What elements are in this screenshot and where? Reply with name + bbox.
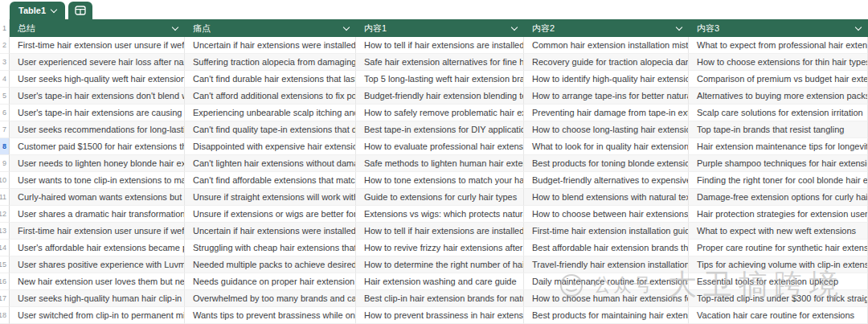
table-cell[interactable]: User wants to tone clip-in extensions to… (10, 172, 185, 189)
table-cell[interactable]: How to blend extensions with natural tex… (524, 189, 689, 206)
table-cell[interactable]: Overwhelmed by too many brands and can't… (185, 290, 356, 307)
table-cell[interactable]: User seeks high-quality weft hair extens… (10, 71, 185, 88)
table-cell[interactable]: Uncertain if hair extensions were instal… (185, 37, 356, 54)
row-number[interactable]: 6 (0, 105, 10, 121)
table-cell[interactable]: What to expect from professional hair ex… (689, 37, 868, 54)
row-number[interactable]: 9 (0, 155, 10, 172)
table-cell[interactable]: Unsure if extensions or wigs are better … (185, 206, 356, 223)
table-cell[interactable]: Hair extension washing and care guide (356, 273, 524, 290)
table-cell[interactable]: Extensions vs wigs: which protects natur… (356, 206, 524, 223)
table-cell[interactable]: Customer paid $1500 for hair extensions … (10, 138, 185, 155)
table-cell[interactable]: User switched from clip-in to permanent … (10, 307, 185, 324)
table-cell[interactable]: Common hair extension installation mista… (524, 37, 689, 54)
table-cell[interactable]: User's tape-in hair extensions don't ble… (10, 88, 185, 105)
row-number[interactable]: 8 (0, 138, 10, 155)
table-cell[interactable]: Recovery guide for traction alopecia dam… (524, 54, 689, 71)
column-header[interactable]: 内容2 (524, 19, 689, 37)
table-cell[interactable]: How to identify high-quality hair extens… (524, 71, 689, 88)
table-cell[interactable]: Best clip-in hair extension brands for n… (356, 290, 524, 307)
table-cell[interactable]: Can't lighten hair extensions without da… (185, 155, 356, 172)
table-cell[interactable]: Finding the right toner for cool blonde … (689, 172, 868, 189)
table-cell[interactable]: How to revive frizzy hair extensions aft… (356, 240, 524, 256)
table-cell[interactable]: New hair extension user loves them but n… (10, 273, 185, 290)
table-cell[interactable]: Damage-free extension options for curly … (689, 189, 868, 206)
chevron-down-icon[interactable] (676, 23, 682, 30)
row-number[interactable]: 3 (0, 54, 10, 71)
row-number[interactable]: 11 (0, 189, 10, 206)
table-cell[interactable]: How to choose long-lasting hair extensio… (524, 121, 689, 138)
table-cell[interactable]: Can't find quality tape-in extensions th… (185, 121, 356, 138)
table-cell[interactable]: How to choose human hair extensions for … (524, 290, 689, 307)
table-cell[interactable]: User seeks high-quality human hair clip-… (10, 290, 185, 307)
table-cell[interactable]: Vacation hair care routine for extension… (689, 307, 868, 324)
row-number[interactable]: 7 (0, 121, 10, 138)
table-cell[interactable]: Tips for achieving volume with clip-in e… (689, 256, 868, 273)
row-number[interactable]: 17 (0, 290, 10, 307)
table-cell[interactable]: Suffering traction alopecia from damagin… (185, 54, 356, 71)
table-cell[interactable]: Budget-friendly alternatives to expensiv… (524, 172, 689, 189)
table-cell[interactable]: How to choose extensions for thin hair t… (689, 54, 868, 71)
table-cell[interactable]: Best tape-in extensions for DIY applicat… (356, 121, 524, 138)
table-cell[interactable]: Can't find durable hair extensions that … (185, 71, 356, 88)
table-cell[interactable]: What to look for in quality hair extensi… (524, 138, 689, 155)
table-cell[interactable]: Disappointed with expensive hair extensi… (185, 138, 356, 155)
table-cell[interactable]: Essential tools for extension upkeep (689, 273, 868, 290)
table-cell[interactable]: Hair protection strategies for extension… (689, 206, 868, 223)
table-cell[interactable]: Best affordable hair extension brands th… (524, 240, 689, 256)
table-cell[interactable]: Purple shampoo techniques for hair exten… (689, 155, 868, 172)
row-number[interactable]: 13 (0, 223, 10, 240)
table-cell[interactable]: Uncertain if hair extensions were instal… (185, 223, 356, 240)
table-cell[interactable]: How to choose between hair extensions an… (524, 206, 689, 223)
table-cell[interactable]: Best products for maintaining hair exten… (524, 307, 689, 324)
chevron-down-icon[interactable] (172, 23, 178, 30)
table-cell[interactable]: User seeks recommendations for long-last… (10, 121, 185, 138)
table-cell[interactable]: User shares a dramatic hair transformati… (10, 206, 185, 223)
chevron-down-icon[interactable] (343, 23, 350, 30)
table-cell[interactable]: Curly-haired woman wants extensions but … (10, 189, 185, 206)
table-cell[interactable]: How to determine the right number of hai… (356, 256, 524, 273)
table-cell[interactable]: Daily maintenance routine for extensions (524, 273, 689, 290)
column-header[interactable]: 内容1 (356, 19, 524, 37)
row-number[interactable]: 4 (0, 71, 10, 88)
table-cell[interactable]: Experiencing unbearable scalp itching an… (185, 105, 356, 121)
table-cell[interactable]: Safe hair extension alternatives for fin… (356, 54, 524, 71)
table-cell[interactable]: Hair extension maintenance tips for long… (689, 138, 868, 155)
table-cell[interactable]: How to tone extensions to match your hai… (356, 172, 524, 189)
table-cell[interactable]: Proper care routine for synthetic hair e… (689, 240, 868, 256)
row-number[interactable]: 2 (0, 37, 10, 54)
table-cell[interactable]: Safe methods to lighten human hair exten… (356, 155, 524, 172)
chevron-down-icon[interactable] (511, 23, 518, 30)
table-cell[interactable]: Top-rated clip-ins under $300 for thick … (689, 290, 868, 307)
row-number[interactable]: 18 (0, 307, 10, 324)
table-cell[interactable]: Struggling with cheap hair extensions th… (185, 240, 356, 256)
table-cell[interactable]: User experienced severe hair loss after … (10, 54, 185, 71)
table-cell[interactable]: First-time hair extension installation g… (524, 223, 689, 240)
column-header[interactable]: 痛点 (185, 19, 356, 37)
table-cell[interactable]: Preventing hair damage from tape-in exte… (524, 105, 689, 121)
table-cell[interactable]: Top 5 long-lasting weft hair extension b… (356, 71, 524, 88)
table-cell[interactable]: First-time hair extension user unsure if… (10, 223, 185, 240)
table-cell[interactable]: Best products for toning blonde extensio… (524, 155, 689, 172)
table-cell[interactable]: User needs to lighten honey blonde hair … (10, 155, 185, 172)
column-header[interactable]: 总结 (10, 19, 185, 37)
table-cell[interactable]: How to evaluate professional hair extens… (356, 138, 524, 155)
table-cell[interactable]: Alternatives to buying more extension pa… (689, 88, 868, 105)
table-cell[interactable]: User's tape-in hair extensions are causi… (10, 105, 185, 121)
table-cell[interactable]: Unsure if straight extensions will work … (185, 189, 356, 206)
row-number[interactable]: 1 (0, 19, 10, 37)
table-cell[interactable]: What to expect with new weft extensions (689, 223, 868, 240)
table-cell[interactable]: Travel-friendly hair extension installat… (524, 256, 689, 273)
tab-table1[interactable]: Table1 (10, 2, 65, 19)
table-cell[interactable]: Needs guidance on proper hair extension … (185, 273, 356, 290)
table-cell[interactable]: How to safely remove problematic hair ex… (356, 105, 524, 121)
table-cell[interactable]: How to prevent brassiness in hair extens… (356, 307, 524, 324)
grid-view-tab[interactable] (68, 2, 92, 19)
table-cell[interactable]: Comparison of premium vs budget hair ext… (689, 71, 868, 88)
table-cell[interactable]: How to tell if hair extensions are insta… (356, 37, 524, 54)
table-cell[interactable]: Scalp care solutions for extension irrit… (689, 105, 868, 121)
table-cell[interactable]: Budget-friendly hair extension blending … (356, 88, 524, 105)
table-cell[interactable]: How to tell if hair extensions are insta… (356, 223, 524, 240)
table-cell[interactable]: User's affordable hair extensions became… (10, 240, 185, 256)
table-cell[interactable]: Guide to extensions for curly hair types (356, 189, 524, 206)
table-cell[interactable]: How to arrange tape-ins for better natur… (524, 88, 689, 105)
